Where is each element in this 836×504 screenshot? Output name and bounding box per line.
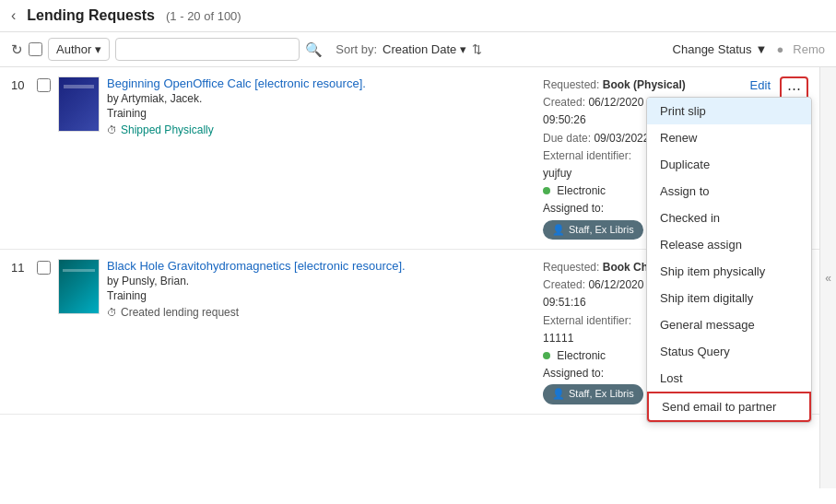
assigned-name: Staff, Ex Libris: [569, 222, 634, 239]
menu-item-duplicate[interactable]: Duplicate: [647, 151, 811, 178]
sort-direction-icon[interactable]: ⇅: [472, 42, 482, 56]
record-status: ⏱ Created lending request: [107, 306, 536, 319]
green-dot-icon: [543, 352, 550, 359]
user-icon: 👤: [552, 222, 565, 239]
assigned-badge: 👤 Staff, Ex Libris: [543, 384, 643, 404]
search-button[interactable]: 🔍: [305, 41, 323, 58]
page-title: Lending Requests: [27, 7, 155, 24]
record-group: Training: [107, 107, 536, 120]
collapse-arrow-icon: «: [825, 272, 831, 285]
user-icon: 👤: [552, 386, 565, 403]
edit-button[interactable]: Edit: [745, 76, 776, 94]
green-dot-icon: [543, 187, 550, 194]
records-list: 10 Beginning OpenOffice Calc [electronic…: [0, 67, 819, 488]
sort-dropdown[interactable]: Creation Date ▾: [383, 42, 466, 56]
record-title: Black Hole Gravitohydromagnetics [electr…: [107, 259, 536, 273]
row-number: 11: [11, 259, 29, 275]
clock-icon: ⏱: [107, 124, 117, 135]
author-filter-label: Author: [56, 42, 91, 56]
content-area: 10 Beginning OpenOffice Calc [electronic…: [0, 67, 836, 488]
assigned-name: Staff, Ex Libris: [569, 386, 634, 403]
requested-field: Requested: Book (Physical): [543, 76, 727, 94]
author-filter-dropdown[interactable]: Author ▾: [48, 38, 110, 61]
record-title-link[interactable]: Black Hole Gravitohydromagnetics [electr…: [107, 259, 406, 273]
menu-item-lost[interactable]: Lost: [647, 365, 811, 392]
record-author: by Punsly, Brian.: [107, 275, 536, 287]
menu-item-assign-to[interactable]: Assign to: [647, 178, 811, 205]
back-button[interactable]: ‹: [11, 7, 16, 24]
format-text: Electronic: [557, 184, 606, 197]
menu-item-send-email[interactable]: Send email to partner: [647, 392, 811, 422]
search-input[interactable]: [115, 38, 300, 61]
menu-item-ship-digitally[interactable]: Ship item digitally: [647, 285, 811, 311]
assigned-badge: 👤 Staff, Ex Libris: [543, 220, 643, 240]
menu-item-ship-physically[interactable]: Ship item physically: [647, 258, 811, 285]
row-checkbox[interactable]: [37, 78, 51, 92]
record-title: Beginning OpenOffice Calc [electronic re…: [107, 76, 536, 90]
author-filter-arrow: ▾: [95, 42, 101, 56]
page-count: (1 - 20 of 100): [166, 9, 241, 23]
toolbar: ↻ Author ▾ 🔍 Sort by: Creation Date ▾ ⇅ …: [0, 32, 836, 67]
clock-icon: ⏱: [107, 307, 117, 318]
record-actions: Edit ⋯ Print slip Renew Duplicate Assign…: [735, 76, 808, 100]
menu-item-status-query[interactable]: Status Query: [647, 338, 811, 365]
select-all-checkbox[interactable]: [29, 42, 42, 56]
book-cover-image: [58, 76, 100, 132]
record-author: by Artymiak, Jacek.: [107, 92, 536, 105]
menu-item-renew[interactable]: Renew: [647, 124, 811, 151]
record-status: ⏱ Shipped Physically: [107, 123, 536, 136]
refresh-button[interactable]: ↻: [11, 41, 23, 58]
row-checkbox[interactable]: [37, 261, 51, 275]
context-menu: Print slip Renew Duplicate Assign to Che…: [646, 97, 812, 423]
sort-label: Sort by:: [336, 42, 377, 56]
table-row: 10 Beginning OpenOffice Calc [electronic…: [0, 67, 819, 250]
status-text: Shipped Physically: [121, 123, 214, 136]
row-number: 10: [11, 76, 29, 92]
record-main-info: Beginning OpenOffice Calc [electronic re…: [107, 76, 536, 136]
sort-arrow: ▾: [460, 42, 466, 56]
header-bar: ‹ Lending Requests (1 - 20 of 100): [0, 0, 836, 32]
menu-item-general-message[interactable]: General message: [647, 311, 811, 338]
record-title-link[interactable]: Beginning OpenOffice Calc [electronic re…: [107, 76, 366, 90]
remove-label: Remo: [793, 42, 825, 56]
toolbar-divider: ●: [776, 42, 783, 56]
menu-item-release-assign[interactable]: Release assign: [647, 231, 811, 258]
right-panel-collapse[interactable]: «: [819, 67, 836, 488]
change-status-label: Change Status: [673, 42, 752, 56]
format-text: Electronic: [557, 349, 606, 362]
menu-item-print-slip[interactable]: Print slip: [647, 98, 811, 124]
change-status-arrow: ▼: [756, 42, 768, 56]
record-group: Training: [107, 289, 536, 302]
remove-button[interactable]: Remo: [793, 42, 825, 56]
sort-field-label: Creation Date: [383, 42, 456, 56]
menu-item-checked-in[interactable]: Checked in: [647, 205, 811, 231]
record-main-info: Black Hole Gravitohydromagnetics [electr…: [107, 259, 536, 319]
change-status-button[interactable]: Change Status ▼: [673, 42, 768, 56]
status-text: Created lending request: [121, 306, 239, 319]
book-cover-image: [58, 259, 100, 314]
